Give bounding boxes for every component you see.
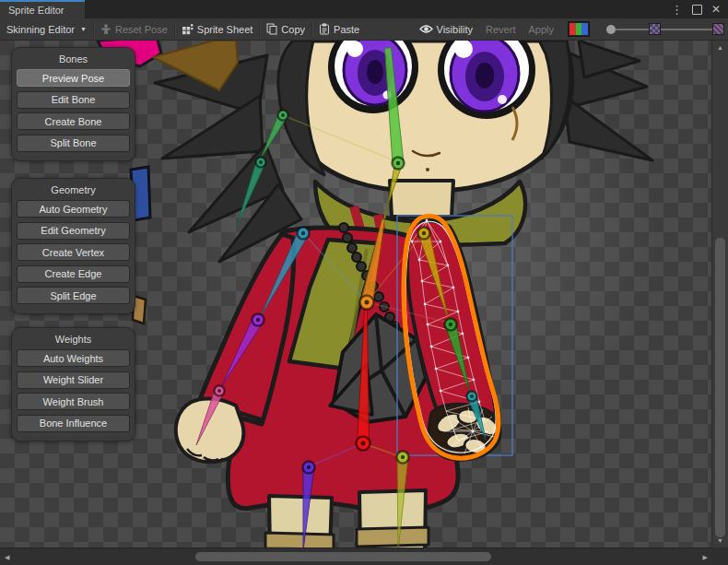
sprite-sheet-icon — [182, 23, 194, 35]
horizontal-scrollbar[interactable]: ◀ ▶ — [0, 547, 711, 565]
scrollbar-corner — [711, 547, 728, 565]
bone-influence-button[interactable]: Bone Influence — [17, 415, 130, 432]
horizontal-scrollbar-thumb[interactable] — [195, 552, 491, 561]
scroll-left-icon[interactable]: ◀ — [5, 554, 9, 560]
color-channels-button[interactable] — [568, 21, 590, 37]
green-channel-swatch — [576, 23, 582, 35]
opacity-sliders — [606, 23, 724, 35]
visibility-button[interactable]: Visibility — [413, 18, 480, 41]
window-controls: ⋮ ✕ — [671, 0, 728, 18]
blue-channel-swatch — [581, 23, 588, 35]
revert-button[interactable]: Revert — [479, 18, 522, 41]
edit-bone-button[interactable]: Edit Bone — [17, 91, 130, 109]
reset-pose-button[interactable]: Reset Pose — [94, 18, 174, 41]
tab-label: Sprite Editor — [8, 5, 65, 16]
mesh-opacity-sprite-icon — [712, 23, 724, 35]
split-edge-button[interactable]: Split Edge — [17, 287, 130, 304]
geometry-panel: Geometry Auto Geometry Edit Geometry Cre… — [11, 178, 135, 314]
weight-slider-button[interactable]: Weight Slider — [17, 371, 130, 389]
close-icon[interactable]: ✕ — [711, 4, 721, 15]
bones-panel-title: Bones — [12, 48, 135, 69]
tab-sprite-editor[interactable]: Sprite Editor — [0, 0, 85, 18]
chevron-down-icon: ▼ — [80, 26, 87, 32]
weights-panel-title: Weights — [12, 328, 135, 349]
create-bone-button[interactable]: Create Bone — [17, 112, 130, 130]
create-edge-button[interactable]: Create Edge — [17, 265, 130, 283]
bone-opacity-sprite-icon — [649, 23, 661, 35]
weights-panel: Weights Auto Weights Weight Slider Weigh… — [11, 327, 135, 441]
paste-icon — [319, 23, 330, 35]
window-menu-icon[interactable]: ⋮ — [671, 4, 683, 16]
mesh-opacity-slider-track[interactable] — [661, 29, 712, 30]
edit-geometry-button[interactable]: Edit Geometry — [17, 222, 130, 240]
titlebar: Sprite Editor ⋮ ✕ — [0, 0, 728, 18]
vertical-scrollbar[interactable]: ▲ ▼ — [711, 41, 728, 547]
copy-icon — [266, 23, 277, 35]
paste-button[interactable]: Paste — [312, 18, 366, 41]
create-vertex-button[interactable]: Create Vertex — [17, 243, 130, 261]
red-channel-swatch — [569, 23, 576, 35]
scroll-right-icon[interactable]: ▶ — [703, 554, 708, 560]
maximize-icon[interactable] — [692, 5, 702, 15]
auto-weights-button[interactable]: Auto Weights — [17, 349, 130, 367]
vertical-scrollbar-thumb[interactable] — [715, 238, 725, 537]
split-bone-button[interactable]: Split Bone — [17, 135, 130, 152]
scroll-down-icon[interactable]: ▼ — [717, 537, 723, 544]
geometry-panel-title: Geometry — [12, 179, 135, 200]
bone-opacity-slider-track[interactable] — [616, 29, 649, 30]
eye-icon — [419, 24, 433, 34]
preview-pose-button[interactable]: Preview Pose — [17, 69, 130, 87]
toolbar-right-group: Visibility Revert Apply — [413, 18, 728, 41]
sprite-canvas[interactable]: Bones Preview Pose Edit Bone Create Bone… — [0, 41, 711, 547]
scroll-up-icon[interactable]: ▲ — [717, 44, 723, 51]
mode-dropdown[interactable]: Skinning Editor ▼ — [0, 18, 93, 41]
bones-panel: Bones Preview Pose Edit Bone Create Bone… — [11, 47, 135, 161]
apply-button[interactable]: Apply — [522, 18, 560, 41]
bone-opacity-slider-knob[interactable] — [606, 25, 616, 34]
auto-geometry-button[interactable]: Auto Geometry — [17, 200, 130, 218]
sprite-editor-window: Sprite Editor ⋮ ✕ Skinning Editor ▼ Rese… — [0, 0, 728, 565]
copy-button[interactable]: Copy — [260, 18, 311, 41]
sprite-sheet-button[interactable]: Sprite Sheet — [175, 18, 260, 41]
reset-pose-icon — [100, 24, 112, 35]
weight-brush-button[interactable]: Weight Brush — [17, 393, 130, 410]
toolbar: Skinning Editor ▼ Reset Pose Sprite Shee… — [0, 18, 728, 41]
